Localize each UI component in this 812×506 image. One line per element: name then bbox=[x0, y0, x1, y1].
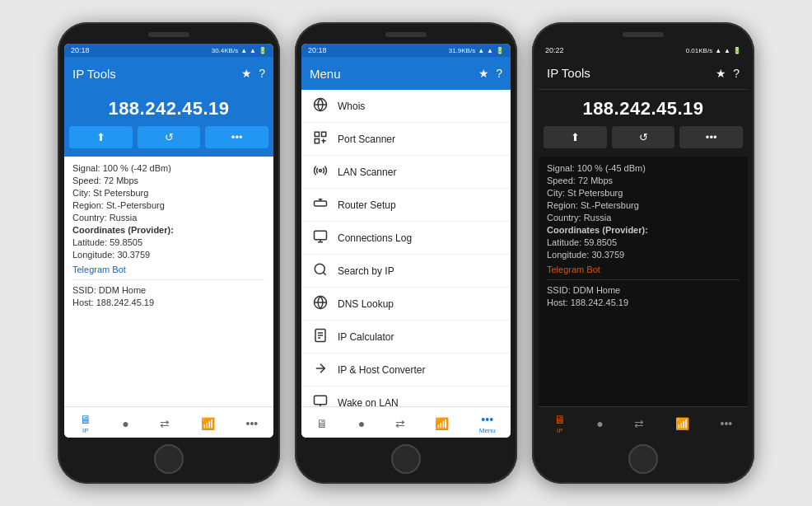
phone-home-1[interactable] bbox=[154, 444, 184, 474]
nav-route-icon-3: ⇄ bbox=[634, 417, 644, 430]
help-button-3[interactable]: ? bbox=[733, 68, 740, 79]
menu-connections-log[interactable]: Connections Log bbox=[301, 222, 511, 255]
nav-ping-2[interactable]: ● bbox=[358, 417, 365, 430]
nav-ip-icon-3: 🖥 bbox=[554, 413, 566, 426]
ssid-section-3: SSID: DDM Home Host: 188.242.45.19 bbox=[547, 279, 740, 307]
ip-host-converter-icon bbox=[311, 361, 329, 378]
menu-search-by-ip-label: Search by IP bbox=[338, 265, 394, 277]
help-button-2[interactable]: ? bbox=[496, 68, 502, 79]
nav-menu-2[interactable]: ••• Menu bbox=[479, 413, 496, 434]
menu-wake-on-lan[interactable]: Wake on LAN bbox=[301, 387, 511, 406]
menu-router-setup-label: Router Setup bbox=[338, 199, 396, 211]
nav-wifi-3[interactable]: 📶 bbox=[675, 417, 689, 430]
phone-home-2[interactable] bbox=[391, 444, 421, 474]
nav-more-icon-1: ••• bbox=[246, 417, 259, 430]
svg-rect-6 bbox=[315, 201, 327, 206]
phone-home-3[interactable] bbox=[628, 444, 658, 474]
nav-ping-1[interactable]: ● bbox=[122, 417, 128, 430]
app-bar-1: IP Tools ★ ? bbox=[64, 57, 273, 90]
status-speed-3: 0.01KB/s bbox=[686, 47, 712, 54]
refresh-button-1[interactable]: ↺ bbox=[138, 126, 201, 148]
menu-wake-on-lan-label: Wake on LAN bbox=[338, 397, 399, 407]
phone-speaker-1 bbox=[148, 32, 189, 37]
telegram-link-1[interactable]: Telegram Bot bbox=[72, 265, 265, 274]
more-button-3[interactable]: ••• bbox=[679, 126, 743, 148]
nav-wifi-1[interactable]: 📶 bbox=[201, 417, 215, 430]
connections-log-icon bbox=[311, 229, 329, 246]
menu-ip-calculator-label: IP Calculator bbox=[338, 331, 394, 343]
nav-route-3[interactable]: ⇄ bbox=[634, 417, 644, 430]
status-icons-1: 30.4KB/s ▲ ▲ 🔋 bbox=[212, 47, 267, 54]
menu-whois[interactable]: Whois bbox=[301, 90, 511, 123]
app-bar-actions-3: ★ ? bbox=[716, 68, 740, 79]
star-button-1[interactable]: ★ bbox=[241, 68, 252, 79]
status-icons-3: 0.01KB/s ▲ ▲ 🔋 bbox=[686, 47, 741, 54]
nav-ping-3[interactable]: ● bbox=[596, 417, 603, 430]
refresh-button-3[interactable]: ↺ bbox=[612, 126, 675, 148]
country-info-3: Country: Russia bbox=[547, 213, 740, 223]
nav-wifi-icon-2: 📶 bbox=[435, 417, 449, 430]
menu-ip-host-converter[interactable]: IP & Host Converter bbox=[301, 354, 511, 387]
coord-label-1: Coordinates (Provider): bbox=[72, 225, 265, 235]
battery-icon-1: 🔋 bbox=[259, 47, 267, 54]
svg-point-5 bbox=[320, 170, 322, 172]
svg-rect-10 bbox=[315, 231, 327, 240]
coord-label-3: Coordinates (Provider): bbox=[547, 225, 740, 235]
ssid-1: SSID: DDM Home bbox=[72, 285, 265, 295]
menu-lan-scanner[interactable]: LAN Scanner bbox=[301, 156, 511, 189]
nav-more-1[interactable]: ••• bbox=[246, 417, 259, 430]
more-button-1[interactable]: ••• bbox=[205, 126, 268, 148]
menu-whois-label: Whois bbox=[338, 101, 365, 112]
nav-ip-2[interactable]: 🖥 bbox=[316, 417, 328, 430]
app-title-1: IP Tools bbox=[72, 67, 116, 81]
nav-ip-1[interactable]: 🖥 IP bbox=[80, 413, 91, 434]
ip-display-1: 188.242.45.19 ⬆ ↺ ••• bbox=[64, 90, 273, 157]
menu-router-setup[interactable]: Router Setup bbox=[301, 189, 511, 222]
nav-ip-3[interactable]: 🖥 IP bbox=[554, 413, 566, 434]
menu-ip-calculator[interactable]: IP Calculator bbox=[301, 321, 511, 354]
nav-route-1[interactable]: ⇄ bbox=[160, 417, 170, 430]
battery-icon-3: 🔋 bbox=[733, 47, 741, 54]
nav-route-2[interactable]: ⇄ bbox=[395, 417, 405, 430]
menu-list-2: Whois Port Scanner LAN Scanner Router Se… bbox=[301, 90, 511, 406]
nav-ping-icon-1: ● bbox=[122, 417, 128, 430]
nav-ping-icon-2: ● bbox=[358, 417, 365, 430]
bottom-nav-3: 🖥 IP ● ⇄ 📶 ••• bbox=[539, 406, 748, 438]
telegram-link-3[interactable]: Telegram Bot bbox=[547, 265, 740, 274]
menu-search-by-ip[interactable]: Search by IP bbox=[301, 255, 511, 288]
menu-lan-scanner-label: LAN Scanner bbox=[338, 166, 396, 178]
signal-icon-2: ▲ bbox=[478, 47, 484, 54]
router-setup-icon bbox=[311, 196, 329, 213]
content-3: Signal: 100 % (-45 dBm) Speed: 72 Mbps C… bbox=[539, 157, 748, 406]
svg-rect-22 bbox=[315, 396, 327, 405]
star-button-2[interactable]: ★ bbox=[478, 68, 489, 79]
wake-on-lan-icon bbox=[311, 394, 329, 406]
ip-address-3: 188.242.45.19 bbox=[544, 98, 743, 119]
nav-ping-icon-3: ● bbox=[596, 417, 603, 430]
wifi-icon-1: ▲ bbox=[250, 47, 256, 54]
star-button-3[interactable]: ★ bbox=[716, 68, 726, 79]
content-1: Signal: 100 % (-42 dBm) Speed: 72 Mbps C… bbox=[64, 157, 273, 406]
nav-wifi-icon-1: 📶 bbox=[201, 417, 215, 430]
signal-info-1: Signal: 100 % (-42 dBm) bbox=[72, 163, 265, 173]
nav-wifi-2[interactable]: 📶 bbox=[435, 417, 449, 430]
host-3: Host: 188.242.45.19 bbox=[547, 298, 740, 307]
signal-icon-3: ▲ bbox=[715, 47, 721, 54]
menu-connections-log-label: Connections Log bbox=[338, 232, 412, 244]
ip-address-1: 188.242.45.19 bbox=[69, 98, 268, 119]
menu-port-scanner[interactable]: Port Scanner bbox=[301, 123, 511, 156]
app-bar-actions-2: ★ ? bbox=[478, 68, 502, 79]
ssid-section-1: SSID: DDM Home Host: 188.242.45.19 bbox=[72, 279, 265, 307]
nav-route-icon-1: ⇄ bbox=[160, 417, 170, 430]
share-button-1[interactable]: ⬆ bbox=[69, 126, 133, 148]
svg-rect-4 bbox=[315, 139, 319, 143]
share-button-3[interactable]: ⬆ bbox=[544, 126, 607, 148]
menu-dns-lookup[interactable]: DNS Lookup bbox=[301, 288, 511, 321]
nav-route-icon-2: ⇄ bbox=[395, 417, 405, 430]
nav-more-3[interactable]: ••• bbox=[721, 417, 733, 430]
dns-lookup-icon bbox=[311, 295, 329, 312]
help-button-1[interactable]: ? bbox=[259, 68, 265, 79]
svg-point-13 bbox=[315, 264, 324, 274]
nav-ip-icon-1: 🖥 bbox=[80, 413, 91, 426]
lan-scanner-icon bbox=[311, 163, 329, 180]
